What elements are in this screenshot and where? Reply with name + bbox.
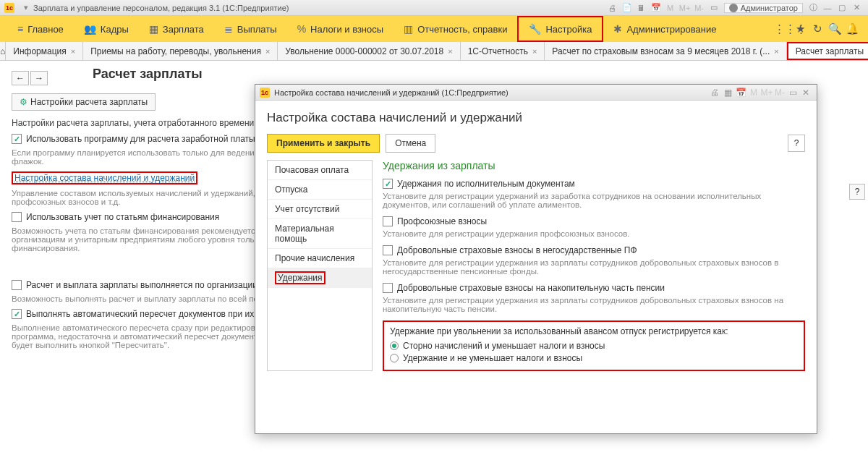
toolbar-icon[interactable]: 📅 bbox=[734, 88, 747, 98]
sidebar-item-absence[interactable]: Учет отсутствий bbox=[268, 200, 372, 219]
settings-button[interactable]: ⚙Настройки расчета зарплаты bbox=[12, 93, 156, 111]
user-badge[interactable]: Администратор bbox=[724, 3, 803, 13]
search-icon[interactable]: 🔍 bbox=[826, 22, 843, 35]
window-title: Зарплата и управление персоналом, редакц… bbox=[33, 4, 289, 12]
sidebar-item-deductions[interactable]: Удержания bbox=[268, 268, 372, 288]
app-logo-icon: 1c bbox=[4, 3, 14, 13]
sidebar-item-aid[interactable]: Материальная помощь bbox=[268, 219, 372, 249]
radio-storno[interactable] bbox=[390, 341, 399, 350]
toolbar-icon[interactable]: 🖩 bbox=[635, 2, 648, 14]
cancel-button[interactable]: Отмена bbox=[386, 134, 435, 153]
close-icon[interactable]: × bbox=[532, 47, 537, 56]
main-menu: ≡Главное 👥Кадры ▦Зарплата ≣Выплаты %Нало… bbox=[0, 16, 868, 42]
hint-text: Установите для регистрации удержания из … bbox=[383, 296, 805, 313]
close-icon[interactable]: ✕ bbox=[850, 2, 863, 14]
toolbar-icon[interactable]: 🖨 bbox=[708, 88, 721, 98]
menu-main[interactable]: ≡Главное bbox=[7, 16, 74, 42]
window-titlebar: 1c ▾ Зарплата и управление персоналом, р… bbox=[0, 0, 868, 16]
sidebar-item-hourly[interactable]: Почасовая оплата bbox=[268, 161, 372, 180]
close-icon[interactable]: × bbox=[71, 47, 75, 56]
radio-deduction[interactable] bbox=[390, 354, 399, 362]
toolbar-icon[interactable]: M- bbox=[773, 88, 786, 98]
checkbox-union[interactable] bbox=[383, 216, 393, 226]
toolbar-icon[interactable]: M- bbox=[693, 2, 706, 14]
toolbar-icon[interactable]: M bbox=[664, 2, 677, 14]
menu-settings[interactable]: 🔧Настройка bbox=[517, 16, 603, 42]
link-accruals-setup[interactable]: Настройка состава начислений и удержаний bbox=[14, 173, 195, 183]
help-button[interactable]: ? bbox=[788, 135, 805, 152]
dialog-content: Удержания из зарплаты Удержания по испол… bbox=[373, 160, 805, 371]
nav-forward[interactable]: → bbox=[30, 71, 48, 85]
maximize-icon[interactable]: ▢ bbox=[835, 2, 848, 14]
menu-personnel[interactable]: 👥Кадры bbox=[74, 16, 139, 42]
tab-salary-calc[interactable]: Расчет зарплаты× bbox=[787, 42, 868, 60]
sidebar-item-other[interactable]: Прочие начисления bbox=[268, 249, 372, 268]
apply-button[interactable]: Применить и закрыть bbox=[267, 134, 380, 153]
toolbar-icon[interactable]: 📅 bbox=[650, 2, 663, 14]
help-button[interactable]: ? bbox=[849, 184, 865, 200]
minimize-icon[interactable]: — bbox=[821, 2, 834, 14]
toolbar-icon[interactable]: 📄 bbox=[621, 2, 634, 14]
tab-info[interactable]: Информация× bbox=[6, 42, 83, 60]
checkbox-use-program[interactable] bbox=[12, 134, 22, 144]
sidebar-item-vacation[interactable]: Отпуска bbox=[268, 180, 372, 200]
apps-icon[interactable]: ⋮⋮⋮ bbox=[774, 22, 791, 35]
checkbox-exec-docs[interactable] bbox=[383, 179, 393, 189]
checkbox-voluntary-pf[interactable] bbox=[383, 245, 393, 255]
app-logo-icon: 1c bbox=[260, 88, 270, 98]
menu-admin[interactable]: ✱Администрирование bbox=[603, 16, 726, 42]
toolbar-icon[interactable]: ▦ bbox=[721, 88, 734, 98]
nav-back[interactable]: ← bbox=[12, 71, 29, 85]
checkbox-finance[interactable] bbox=[12, 212, 22, 222]
hint-text: Установите для регистрации удержания из … bbox=[383, 258, 805, 276]
checkbox-voluntary-pension[interactable] bbox=[383, 283, 393, 293]
tab-1c-report[interactable]: 1С-Отчетность× bbox=[461, 42, 545, 60]
history-icon[interactable]: ↻ bbox=[809, 22, 826, 35]
section-title: Удержания из зарплаты bbox=[383, 160, 805, 171]
tab-dismissal[interactable]: Увольнение 0000-000002 от 30.07.2018× bbox=[278, 42, 460, 60]
menu-reports[interactable]: ▥Отчетность, справки bbox=[393, 16, 517, 42]
toolbar-icon[interactable]: M+ bbox=[678, 2, 692, 14]
dialog-accruals-setup: 1c Настройка состава начислений и удержа… bbox=[255, 84, 817, 434]
gear-icon: ⚙ bbox=[20, 97, 27, 107]
dialog-heading: Настройка состава начислений и удержаний bbox=[267, 111, 805, 125]
star-icon[interactable]: ★ bbox=[791, 22, 809, 35]
tab-insurance[interactable]: Расчет по страховым взносам за 9 месяцев… bbox=[545, 42, 786, 60]
hint-text: Установите для регистрации удержаний из … bbox=[383, 192, 805, 209]
toolbar-icon[interactable]: 🖨 bbox=[606, 2, 619, 14]
close-icon[interactable]: ✕ bbox=[799, 88, 812, 98]
close-icon[interactable]: × bbox=[265, 47, 270, 56]
radio-group-dismissal: Удержание при увольнении за использованн… bbox=[383, 320, 805, 371]
dropdown-icon[interactable]: ▾ bbox=[20, 2, 33, 14]
toolbar-icon[interactable]: ▭ bbox=[707, 2, 720, 14]
info-icon[interactable]: ⓘ bbox=[807, 2, 820, 14]
menu-taxes[interactable]: %Налоги и взносы bbox=[287, 16, 394, 42]
menu-salary[interactable]: ▦Зарплата bbox=[139, 16, 214, 42]
toolbar-icon[interactable]: M+ bbox=[760, 88, 773, 98]
hint-text: Установите для регистрации удержания про… bbox=[383, 229, 805, 238]
toolbar-icon[interactable]: M bbox=[747, 88, 760, 98]
close-icon[interactable]: × bbox=[448, 47, 452, 56]
page-title: Расчет зарплаты bbox=[93, 67, 203, 82]
checkbox-auto[interactable] bbox=[12, 309, 22, 319]
dialog-sidebar: Почасовая оплата Отпуска Учет отсутствий… bbox=[267, 160, 373, 371]
checkbox-org[interactable] bbox=[12, 280, 22, 290]
close-icon[interactable]: × bbox=[774, 47, 778, 56]
bell-icon[interactable]: 🔔 bbox=[843, 22, 861, 35]
dialog-titlebar: 1c Настройка состава начислений и удержа… bbox=[255, 85, 817, 101]
tab-hires[interactable]: Приемы на работу, переводы, увольнения× bbox=[83, 42, 278, 60]
tab-home[interactable]: ⌂ bbox=[0, 42, 6, 60]
window-icon[interactable]: ▭ bbox=[786, 88, 799, 98]
radio-label: Удержание при увольнении за использованн… bbox=[390, 326, 798, 336]
menu-payments[interactable]: ≣Выплаты bbox=[214, 16, 287, 42]
tab-bar: ⌂ Информация× Приемы на работу, переводы… bbox=[0, 42, 868, 61]
